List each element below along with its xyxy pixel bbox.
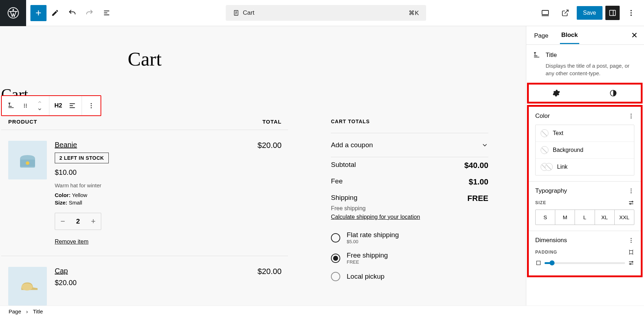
add-block-button[interactable]: +	[30, 5, 47, 21]
svg-point-25	[631, 192, 632, 193]
svg-point-34	[630, 264, 631, 265]
more-options-icon[interactable]	[623, 4, 640, 21]
shipping-option[interactable]: Flat rate shipping$5.00	[331, 227, 488, 248]
shipping-option[interactable]: Local pickup	[331, 268, 488, 285]
editor-canvas: Cart	[0, 26, 526, 308]
color-panel-title: Color	[535, 112, 550, 120]
tab-block[interactable]: Block	[560, 27, 579, 44]
color-text-button[interactable]: Text	[536, 125, 634, 142]
redo-icon[interactable]	[81, 4, 98, 21]
svg-point-5	[630, 12, 632, 14]
svg-point-15	[91, 107, 92, 108]
page-title[interactable]: Cart	[128, 48, 488, 70]
product-thumbnail[interactable]	[8, 141, 47, 179]
svg-point-30	[631, 242, 632, 243]
move-up-icon[interactable]	[33, 99, 46, 106]
breadcrumb: Page › Title	[0, 306, 644, 317]
block-type-icon[interactable]	[5, 99, 18, 112]
size-option[interactable]: L	[575, 210, 595, 225]
color-background-button[interactable]: Background	[536, 142, 634, 159]
wordpress-logo[interactable]	[0, 0, 26, 26]
settings-tab-button[interactable]	[529, 85, 584, 102]
padding-label: PADDING	[535, 250, 557, 255]
svg-point-21	[631, 116, 632, 117]
svg-point-18	[21, 283, 33, 290]
svg-rect-31	[630, 251, 633, 254]
shipping-value: FREE	[467, 194, 488, 203]
dimensions-panel-title: Dimensions	[535, 237, 567, 244]
add-coupon-toggle[interactable]: Add a coupon	[331, 133, 488, 157]
size-option[interactable]: M	[555, 210, 575, 225]
product-name-link[interactable]: Beanie	[55, 141, 77, 149]
edit-tools-icon[interactable]	[47, 4, 64, 21]
radio-icon[interactable]	[331, 272, 340, 281]
attr-size-label: Size:	[55, 200, 67, 206]
panel-more-icon[interactable]	[628, 113, 634, 119]
radio-icon[interactable]	[331, 233, 340, 242]
block-description: Displays the title of a post, page, or a…	[546, 62, 638, 77]
shipping-note: Free shipping	[331, 205, 488, 212]
color-link-button[interactable]: Link	[536, 159, 634, 175]
radio-icon[interactable]	[331, 254, 340, 263]
size-option[interactable]: XL	[595, 210, 615, 225]
qty-increment-button[interactable]: +	[86, 217, 101, 226]
fee-value: $1.00	[469, 177, 488, 187]
document-overview-icon[interactable]	[98, 4, 115, 21]
svg-point-33	[632, 261, 633, 263]
svg-point-27	[630, 203, 631, 205]
undo-icon[interactable]	[64, 4, 81, 21]
sliders-icon[interactable]	[628, 200, 634, 206]
row-total: $20.00	[258, 267, 282, 306]
size-option[interactable]: XXL	[615, 210, 634, 225]
cart-row: Beanie 2 LEFT IN STOCK $10.00 Warm hat f…	[1, 130, 288, 256]
typography-panel-title: Typography	[535, 187, 567, 194]
svg-point-9	[24, 105, 25, 106]
settings-panel-toggle[interactable]	[605, 6, 620, 20]
drag-handle-icon[interactable]	[19, 99, 32, 112]
product-thumbnail[interactable]	[8, 267, 47, 306]
padding-slider[interactable]	[545, 262, 625, 264]
breadcrumb-current[interactable]: Title	[33, 308, 43, 314]
swatch-icon	[541, 129, 548, 137]
breadcrumb-page[interactable]: Page	[9, 308, 21, 314]
command-palette[interactable]: Cart ⌘K	[226, 5, 426, 21]
external-link-icon[interactable]	[557, 4, 574, 21]
svg-point-26	[632, 201, 633, 202]
styles-tab-button[interactable]	[586, 85, 641, 102]
svg-point-20	[631, 114, 632, 115]
heading-level-button[interactable]: H2	[52, 102, 64, 109]
panel-more-icon[interactable]	[628, 237, 634, 244]
product-price: $20.00	[55, 279, 258, 287]
view-desktop-icon[interactable]	[537, 4, 554, 21]
block-toolbar: H2	[1, 95, 101, 116]
move-down-icon[interactable]	[33, 106, 46, 113]
shipping-option[interactable]: Free shippingFREE	[331, 248, 488, 268]
shipping-option-label: Flat rate shipping	[347, 231, 399, 239]
qty-decrement-button[interactable]: −	[55, 217, 70, 226]
calculate-shipping-link[interactable]: Calculate shipping for your location	[331, 214, 420, 220]
svg-point-6	[630, 15, 632, 16]
subtotal-label: Subtotal	[331, 161, 356, 170]
close-sidebar-icon[interactable]: ✕	[631, 31, 638, 40]
size-option[interactable]: S	[536, 210, 555, 225]
remove-item-link[interactable]: Remove item	[55, 239, 88, 245]
block-more-icon[interactable]	[85, 99, 98, 112]
attr-size-value: Small	[67, 200, 82, 206]
gear-icon	[552, 89, 560, 97]
svg-point-4	[630, 10, 632, 11]
quantity-stepper: − 2 +	[55, 213, 101, 230]
subtotal-value: $40.00	[464, 161, 488, 170]
stock-badge: 2 LEFT IN STOCK	[55, 153, 109, 163]
product-name-link[interactable]: Cap	[55, 267, 68, 275]
sliders-icon[interactable]	[628, 260, 634, 266]
svg-rect-3	[610, 10, 616, 16]
settings-sidebar: Page Block ✕ Title Displays the title of…	[526, 26, 644, 308]
save-button[interactable]: Save	[577, 6, 602, 20]
tab-page[interactable]: Page	[533, 27, 550, 44]
svg-point-17	[26, 162, 29, 165]
coupon-label: Add a coupon	[331, 141, 373, 149]
box-icon	[535, 260, 542, 266]
align-icon[interactable]	[66, 99, 79, 112]
panel-more-icon[interactable]	[628, 188, 634, 194]
unlink-sides-icon[interactable]	[628, 249, 634, 255]
